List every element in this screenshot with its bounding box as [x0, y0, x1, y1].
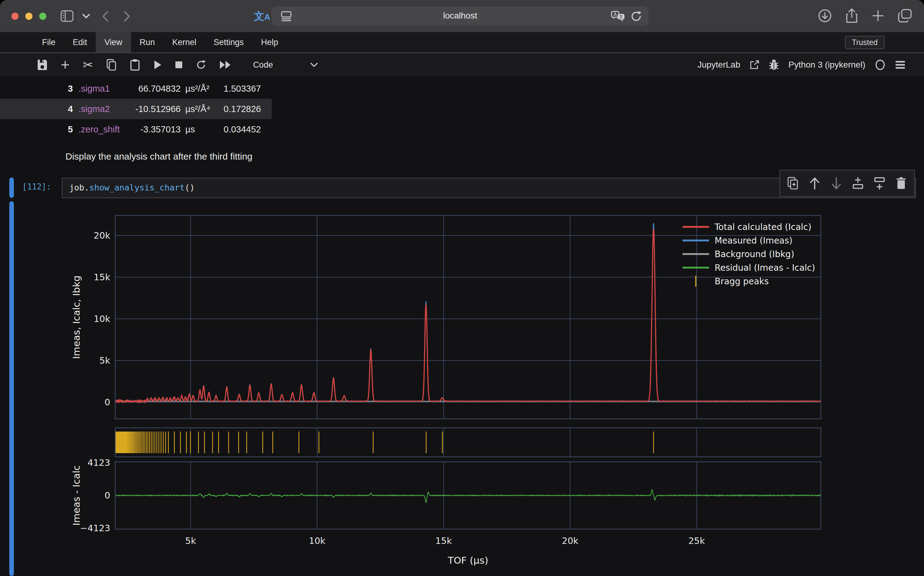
residual-y-axis-label: Imeas - Icalc [71, 465, 82, 525]
translate-icon[interactable]: 文A [254, 9, 270, 24]
svg-text:A: A [613, 12, 617, 17]
table-cell-punits: µs [185, 125, 195, 134]
table-cell-pval: 66.704832 [117, 84, 181, 94]
table-cell-pval: -3.357013 [117, 125, 181, 134]
table-cell-punits: µs²/Å⁴ [185, 104, 210, 114]
main-y-tick: 20k [94, 230, 110, 241]
legend-entry: Measured (Imeas) [714, 235, 793, 246]
downloads-icon[interactable] [818, 9, 832, 23]
new-tab-icon[interactable] [871, 9, 884, 22]
kernel-status-icon[interactable] [874, 59, 886, 70]
delete-cell-button[interactable] [894, 174, 908, 193]
move-cell-up-button[interactable] [808, 174, 822, 193]
series-residual [115, 490, 821, 502]
restart-kernel-icon[interactable] [196, 59, 206, 70]
menu-item-help[interactable]: Help [252, 32, 287, 53]
table-cell-pname: .sigma1 [78, 84, 110, 94]
table-row[interactable]: 3.sigma166.704832µs²/Å²1.503367 [0, 78, 272, 99]
browser-titlebar: 文A localhost A文 [0, 0, 924, 32]
execution-count: [112]: [22, 182, 59, 191]
duplicate-cell-button[interactable] [786, 174, 800, 193]
input-collapser[interactable] [9, 178, 14, 198]
residual-y-tick: 0 [105, 490, 110, 501]
tab-overview-icon[interactable] [897, 8, 913, 23]
translate-page-icon[interactable]: A文 [611, 10, 626, 24]
move-cell-down-button[interactable] [830, 174, 843, 193]
titlebar-divider [78, 11, 79, 21]
back-button-icon[interactable] [101, 10, 109, 24]
insert-cell-above-button[interactable] [851, 174, 865, 193]
reload-icon[interactable] [630, 10, 642, 24]
cell-type-value: Code [253, 60, 273, 70]
add-cell-icon[interactable] [61, 60, 70, 69]
jupyterlab-menubar: FileEditViewRunKernelSettingsHelp Truste… [0, 32, 924, 53]
forward-button-icon[interactable] [123, 10, 131, 24]
main-y-tick: 15k [94, 272, 110, 282]
code-text: job.show_analysis_chart() [69, 183, 195, 192]
menu-items: FileEditViewRunKernelSettingsHelp [34, 32, 287, 53]
table-cell-perr: 1.503367 [213, 84, 261, 94]
save-icon[interactable] [37, 59, 48, 70]
notebook-panel: 3.sigma166.704832µs²/Å²1.5033674.sigma2-… [0, 77, 924, 576]
insert-cell-below-button[interactable] [873, 174, 886, 193]
external-link-icon[interactable] [749, 60, 759, 70]
legend-entry: Total calculated (Icalc) [714, 222, 811, 232]
table-cell-pval: -10.512966 [117, 104, 181, 114]
run-cell-icon[interactable] [153, 60, 162, 70]
x-tick: 15k [436, 536, 452, 546]
x-tick: 20k [562, 536, 578, 546]
markdown-cell-text: Display the analysis chart after the thi… [66, 151, 252, 162]
share-icon[interactable] [845, 8, 858, 24]
kernel-name[interactable]: Python 3 (ipykernel) [788, 60, 865, 70]
copy-cell-icon[interactable] [106, 59, 117, 71]
paste-cell-icon[interactable] [130, 59, 140, 71]
cut-cell-icon[interactable]: ✂ [83, 58, 93, 72]
browser-window: 文A localhost A文 [0, 0, 924, 576]
table-cell-pname: .zero_shift [78, 125, 120, 134]
menu-item-settings[interactable]: Settings [205, 32, 253, 53]
legend-entry: Residual (Imeas - Icalc) [714, 263, 815, 273]
menu-item-view[interactable]: View [96, 32, 131, 53]
menu-item-edit[interactable]: Edit [64, 32, 96, 53]
fit-parameters-table: 3.sigma166.704832µs²/Å²1.5033674.sigma2-… [0, 78, 272, 139]
table-cell-pname: .sigma2 [78, 104, 110, 114]
table-row[interactable]: 5.zero_shift-3.357013µs0.034452 [0, 119, 272, 139]
url-bar[interactable]: localhost A文 [272, 6, 649, 26]
cell-type-dropdown[interactable]: Code [253, 60, 319, 70]
close-window-button[interactable] [11, 13, 19, 20]
analysis-chart-output: 05k10k15k20k41230−41235k10k15k20k25kTOF … [0, 200, 924, 576]
menu-item-file[interactable]: File [34, 32, 64, 53]
table-row[interactable]: 4.sigma2-10.512966µs²/Å⁴0.172826 [0, 99, 272, 119]
restart-run-all-icon[interactable] [219, 60, 232, 69]
table-cell-pidx: 5 [62, 125, 73, 134]
zoom-window-button[interactable] [39, 13, 46, 20]
url-text: localhost [272, 11, 649, 21]
main-y-axis-label: Imeas, Icalc, Ibkg [71, 275, 82, 359]
residual-y-tick: −4123 [80, 523, 110, 533]
stop-kernel-icon[interactable] [175, 61, 183, 69]
legend-entry: Bragg peaks [714, 276, 769, 286]
chevron-down-icon [310, 62, 318, 67]
sidebar-toggle-icon[interactable] [61, 10, 74, 23]
analysis-chart-svg: 05k10k15k20k41230−41235k10k15k20k25kTOF … [0, 200, 924, 576]
chevron-down-icon[interactable] [82, 13, 90, 20]
x-tick: 25k [689, 536, 705, 546]
cell-toolbar [780, 170, 915, 197]
x-tick: 10k [309, 536, 325, 546]
trusted-badge[interactable]: Trusted [845, 36, 884, 49]
table-cell-punits: µs²/Å² [185, 84, 210, 94]
main-y-tick: 10k [94, 314, 110, 324]
debugger-icon[interactable] [769, 59, 779, 70]
table-cell-pidx: 3 [62, 84, 73, 94]
minimize-window-button[interactable] [25, 13, 32, 20]
x-tick: 5k [185, 536, 196, 546]
menu-item-run[interactable]: Run [131, 32, 164, 53]
x-axis-label: TOF (µs) [447, 555, 488, 566]
menu-item-kernel[interactable]: Kernel [164, 32, 205, 53]
hamburger-menu-icon[interactable] [895, 60, 905, 69]
table-cell-pidx: 4 [62, 104, 73, 114]
table-cell-perr: 0.172826 [213, 104, 261, 114]
bragg-peak-ticks [115, 432, 653, 453]
main-y-tick: 5k [99, 355, 110, 366]
jupyterlab-link[interactable]: JupyterLab [697, 60, 740, 70]
